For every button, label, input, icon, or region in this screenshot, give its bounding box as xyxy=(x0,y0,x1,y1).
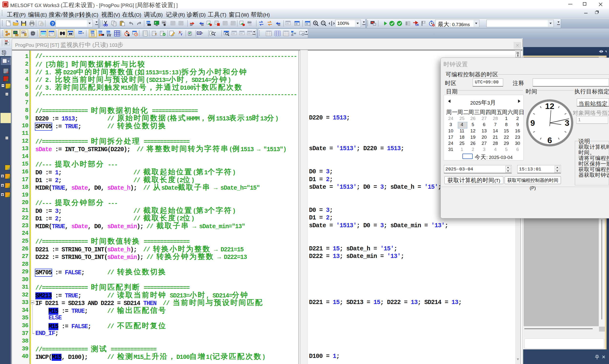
svg-text:Dev: Dev xyxy=(146,21,150,24)
svg-text:9: 9 xyxy=(530,118,535,128)
svg-text:Dev: Dev xyxy=(98,31,102,33)
svg-text:HK: HK xyxy=(162,21,166,24)
svg-text:100%: 100% xyxy=(337,21,349,26)
svg-text:?: ? xyxy=(52,21,54,26)
svg-text:12: 12 xyxy=(545,101,554,111)
svg-text:OK: OK xyxy=(415,24,419,26)
svg-text:Dev: Dev xyxy=(248,21,252,24)
svg-text:Dev: Dev xyxy=(91,31,95,33)
svg-text:Dev: Dev xyxy=(106,31,110,33)
svg-text:6: 6 xyxy=(548,136,552,145)
svg-text:Dev: Dev xyxy=(78,31,82,34)
svg-text:Y: Y xyxy=(181,33,183,36)
